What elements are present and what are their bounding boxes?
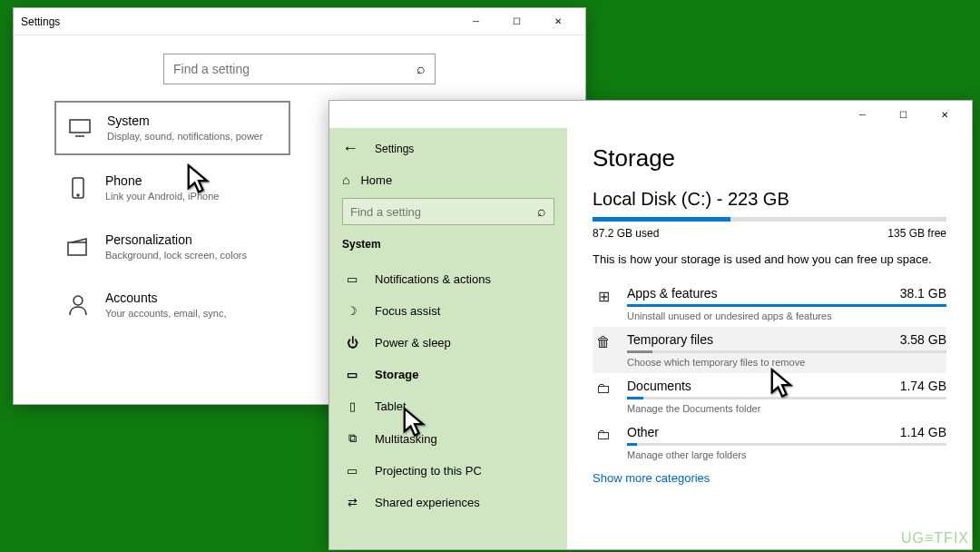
- row-sub: Choose which temporary files to remove: [627, 357, 946, 368]
- category-desc: Your accounts, email, sync,: [105, 307, 281, 320]
- nav-shared-experiences[interactable]: ⇄Shared experiences: [342, 487, 554, 518]
- apps-icon: ⊞: [593, 286, 614, 305]
- content-pane: Storage Local Disk (C:) - 223 GB 87.2 GB…: [567, 128, 972, 549]
- nav-notifications[interactable]: ▭Notifications & actions: [342, 263, 554, 295]
- nav-label: Home: [360, 173, 392, 187]
- drive-icon: ▭: [342, 368, 362, 381]
- project-icon: ▭: [342, 464, 362, 478]
- row-size: 1.14 GB: [900, 425, 946, 439]
- section-heading: System: [342, 238, 554, 251]
- category-system[interactable]: SystemDisplay, sound, notifications, pow…: [54, 101, 290, 155]
- minimize-button[interactable]: ─: [456, 8, 496, 35]
- show-more-link[interactable]: Show more categories: [593, 471, 946, 485]
- row-sub: Manage the Documents folder: [627, 403, 946, 414]
- power-icon: ⏻: [342, 336, 362, 350]
- row-name: Documents: [627, 379, 691, 393]
- storage-row-temp[interactable]: 🗑 Temporary files3.58 GB Choose which te…: [593, 327, 946, 373]
- disk-used: 87.2 GB used: [593, 227, 659, 240]
- category-desc: Link your Android, iPhone: [105, 190, 281, 202]
- nav-power-sleep[interactable]: ⏻Power & sleep: [342, 327, 554, 359]
- person-icon: [64, 291, 93, 320]
- search-input[interactable]: [173, 62, 416, 76]
- maximize-button[interactable]: ☐: [883, 101, 924, 128]
- titlebar: Settings ─ ☐ ✕: [14, 8, 585, 35]
- sidebar: ← Settings ⌂ Home ⌕ System ▭Notification…: [329, 128, 567, 549]
- back-button[interactable]: ←: [342, 139, 358, 158]
- category-name: Personalization: [105, 232, 281, 247]
- row-name: Apps & features: [627, 286, 718, 301]
- disk-label: Local Disk (C:) - 223 GB: [593, 189, 946, 210]
- search-input-wrap[interactable]: ⌕: [163, 54, 436, 84]
- row-size: 3.58 GB: [900, 332, 946, 347]
- category-phone[interactable]: PhoneLink your Android, iPhone: [54, 163, 290, 213]
- maximize-button[interactable]: ☐: [496, 8, 537, 35]
- folder-icon: 🗀: [593, 425, 614, 443]
- disk-usage-bar: [593, 217, 946, 222]
- sidebar-search-wrap[interactable]: ⌕: [342, 198, 554, 225]
- nav-label: Shared experiences: [375, 496, 480, 509]
- category-accounts[interactable]: AccountsYour accounts, email, sync,: [54, 280, 290, 330]
- sidebar-title: Settings: [375, 143, 414, 155]
- nav-tablet[interactable]: ▯Tablet: [342, 390, 554, 422]
- svg-rect-0: [70, 120, 90, 133]
- row-name: Other: [627, 425, 659, 439]
- settings-storage-window: ─ ☐ ✕ ← Settings ⌂ Home ⌕ System ▭Notifi…: [328, 100, 973, 550]
- nav-home[interactable]: ⌂ Home: [342, 172, 554, 187]
- storage-row-documents[interactable]: 🗀 Documents1.74 GB Manage the Documents …: [593, 373, 946, 419]
- multitask-icon: ⧉: [342, 431, 362, 446]
- category-desc: Display, sound, notifications, power: [107, 130, 279, 143]
- share-icon: ⇄: [342, 496, 362, 509]
- nav-label: Projecting to this PC: [375, 464, 482, 478]
- storage-blurb: This is how your storage is used and how…: [593, 252, 946, 266]
- category-name: System: [107, 113, 279, 128]
- storage-row-other[interactable]: 🗀 Other1.14 GB Manage other large folder…: [593, 419, 946, 466]
- svg-point-8: [77, 194, 79, 196]
- category-name: Accounts: [105, 291, 281, 305]
- category-desc: Background, lock screen, colors: [105, 249, 281, 261]
- nav-storage[interactable]: ▭Storage: [342, 359, 554, 390]
- watermark: UG≡TFIX: [901, 530, 969, 547]
- window-title: Settings: [21, 15, 456, 28]
- close-button[interactable]: ✕: [537, 8, 578, 35]
- folder-icon: 🗀: [593, 379, 614, 397]
- storage-row-apps[interactable]: ⊞ Apps & features38.1 GB Uninstall unuse…: [593, 281, 946, 327]
- nav-label: Storage: [375, 368, 418, 381]
- search-icon: ⌕: [416, 61, 426, 77]
- titlebar: ─ ☐ ✕: [329, 101, 972, 128]
- display-icon: [65, 113, 94, 143]
- search-icon: ⌕: [537, 203, 546, 220]
- category-name: Phone: [105, 173, 281, 188]
- trash-icon: 🗑: [593, 332, 614, 350]
- nav-focus-assist[interactable]: ☽Focus assist: [342, 295, 554, 327]
- svg-rect-12: [68, 242, 86, 255]
- home-icon: ⌂: [342, 172, 349, 187]
- nav-label: Notifications & actions: [375, 272, 491, 286]
- paint-icon: [64, 232, 93, 261]
- close-button[interactable]: ✕: [924, 101, 965, 128]
- nav-label: Focus assist: [375, 304, 440, 318]
- row-size: 1.74 GB: [900, 379, 946, 393]
- tablet-icon: ▯: [342, 399, 362, 413]
- category-personalization[interactable]: PersonalizationBackground, lock screen, …: [54, 222, 290, 272]
- nav-label: Multitasking: [375, 432, 437, 446]
- row-sub: Manage other large folders: [627, 449, 946, 460]
- row-name: Temporary files: [627, 332, 713, 347]
- disk-free: 135 GB free: [887, 227, 946, 240]
- nav-label: Power & sleep: [375, 336, 451, 350]
- nav-label: Tablet: [375, 399, 407, 413]
- nav-projecting[interactable]: ▭Projecting to this PC: [342, 455, 554, 487]
- page-heading: Storage: [593, 144, 946, 172]
- row-size: 38.1 GB: [900, 286, 946, 301]
- notification-icon: ▭: [342, 272, 362, 286]
- nav-multitasking[interactable]: ⧉Multitasking: [342, 422, 554, 455]
- phone-icon: [64, 173, 93, 202]
- moon-icon: ☽: [342, 304, 362, 318]
- svg-point-19: [74, 296, 83, 305]
- sidebar-search-input[interactable]: [350, 205, 537, 219]
- minimize-button[interactable]: ─: [842, 101, 883, 128]
- row-sub: Uninstall unused or undesired apps & fea…: [627, 310, 946, 321]
